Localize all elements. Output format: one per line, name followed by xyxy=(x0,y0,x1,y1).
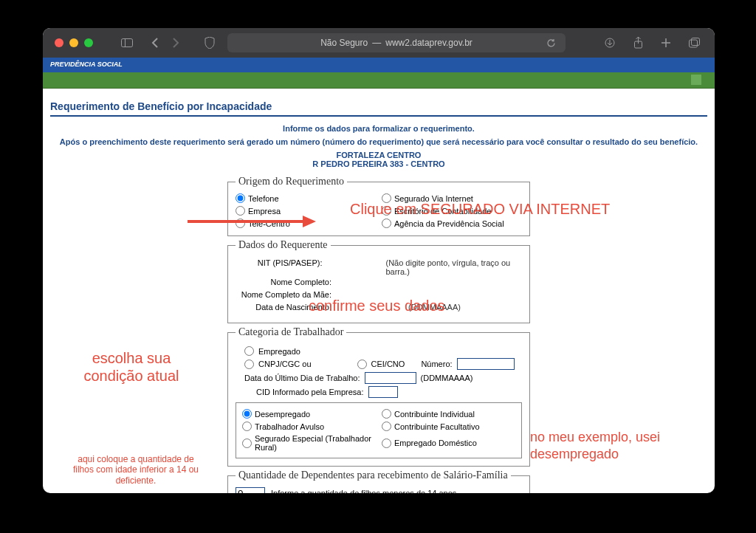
requerente-fieldset: Dados do Requerente NIT (PIS/PASEP): (Nã… xyxy=(227,239,530,323)
page-title: Requerimento de Benefício por Incapacida… xyxy=(50,94,707,117)
radio-empregado[interactable] xyxy=(244,346,254,356)
url-text: www2.dataprev.gov.br xyxy=(385,38,472,48)
origem-legend: Origem do Requerimento xyxy=(236,176,347,188)
nav-strip xyxy=(43,72,715,89)
label-escritorio: Escritório de Contabilidade xyxy=(394,207,491,216)
radio-agencia[interactable] xyxy=(382,219,391,228)
nit-label: NIT (PIS/PASEP): xyxy=(236,258,322,276)
menu-toggle[interactable] xyxy=(691,75,701,85)
cid-input[interactable] xyxy=(368,386,398,398)
instructions-line1: Informe os dados para formalizar o reque… xyxy=(50,124,707,133)
reload-icon[interactable] xyxy=(542,34,560,52)
nit-hint: (Não digite ponto, vírgula, traço ou bar… xyxy=(385,258,522,276)
ddmm-hint: (DDMMAAAA) xyxy=(421,374,473,382)
dependentes-input[interactable] xyxy=(236,487,265,493)
label-cnpj: CNPJ/CGC ou xyxy=(258,360,312,368)
radio-telefone[interactable] xyxy=(236,193,245,203)
label-cei: CEI/CNO xyxy=(371,360,405,368)
location-address: R PEDRO PEREIRA 383 - CENTRO xyxy=(312,159,444,168)
dependentes-fieldset: Quantidade de Dependentes para recebimen… xyxy=(227,470,530,493)
url-bar[interactable]: Não Seguro — www2.dataprev.gov.br xyxy=(227,33,566,52)
site-banner: PREVIDÊNCIA SOCIAL xyxy=(43,58,715,72)
radio-contribuinte-ind[interactable] xyxy=(382,409,391,419)
svg-rect-5 xyxy=(691,38,699,46)
requerente-legend: Dados do Requerente xyxy=(236,239,331,251)
dependentes-legend: Quantidade de Dependentes para recebimen… xyxy=(236,470,511,481)
nome-input[interactable] xyxy=(336,278,425,289)
radio-escritorio[interactable] xyxy=(382,206,391,216)
radio-cnpj[interactable] xyxy=(244,360,254,369)
nasc-label: Data de Nascimento: xyxy=(236,303,331,314)
banner-text: PREVIDÊNCIA SOCIAL xyxy=(50,61,123,68)
label-contribuinte-ind: Contribuinte Individual xyxy=(394,410,475,419)
window-minimize-button[interactable] xyxy=(69,38,78,47)
label-empresa: Empresa xyxy=(248,207,281,216)
label-cid: CID Informado pela Empresa: xyxy=(256,388,364,396)
nome-label: Nome Completo: xyxy=(236,278,331,289)
categoria-legend: Categoria de Trabalhador xyxy=(236,326,346,338)
mae-input[interactable] xyxy=(336,290,425,301)
mae-label: Nome Completo da Mãe: xyxy=(236,290,331,301)
window-maximize-button[interactable] xyxy=(84,38,93,47)
label-telefone: Telefone xyxy=(248,194,279,203)
security-label: Não Seguro xyxy=(320,38,368,48)
browser-window: Não Seguro — www2.dataprev.gov.br PREVID xyxy=(43,28,715,493)
svg-rect-4 xyxy=(689,40,697,47)
sidebar-toggle-icon[interactable] xyxy=(118,34,136,52)
back-button[interactable] xyxy=(146,34,164,52)
radio-avulso[interactable] xyxy=(242,422,252,431)
radio-segurado-esp[interactable] xyxy=(242,439,252,448)
label-numero: Número: xyxy=(421,360,452,368)
dependentes-hint: Informe a quantidade de filhos menores d… xyxy=(271,489,458,493)
nit-input[interactable] xyxy=(326,258,385,276)
tabs-overview-icon[interactable] xyxy=(685,34,703,52)
radio-segurado-internet[interactable] xyxy=(382,193,391,203)
categoria-box2: Desempregado Contribuinte Individual Tra… xyxy=(236,402,522,458)
privacy-shield-icon[interactable] xyxy=(201,34,219,52)
traffic-lights xyxy=(55,38,93,47)
nasc-input[interactable] xyxy=(336,303,395,314)
share-icon[interactable] xyxy=(629,34,647,52)
download-icon[interactable] xyxy=(601,34,619,52)
label-ultimo-dia: Data do Último Dia de Trabalho: xyxy=(244,374,360,382)
url-separator: — xyxy=(372,38,381,48)
label-agencia: Agência da Previdência Social xyxy=(394,219,504,228)
nasc-hint: (DDMMAAAA) xyxy=(408,303,461,314)
forward-button[interactable] xyxy=(167,34,185,52)
radio-empresa[interactable] xyxy=(236,206,245,216)
label-contribuinte-fac: Contribuinte Facultativo xyxy=(394,422,480,431)
page-content: PREVIDÊNCIA SOCIAL Requerimento de Benef… xyxy=(43,58,715,493)
new-tab-icon[interactable] xyxy=(657,34,675,52)
location-block: FORTALEZA CENTRO R PEDRO PEREIRA 383 - C… xyxy=(50,151,707,168)
svg-rect-0 xyxy=(122,39,133,47)
label-avulso: Trabalhador Avulso xyxy=(255,422,324,431)
ultimo-dia-input[interactable] xyxy=(365,372,416,384)
label-segurado-esp: Segurado Especial (Trabalhador Rural) xyxy=(255,434,376,452)
radio-contribuinte-fac[interactable] xyxy=(382,422,391,431)
label-empregado: Empregado xyxy=(258,347,300,356)
label-domestico: Empregado Doméstico xyxy=(394,439,477,447)
arrow-to-segurado xyxy=(188,216,317,227)
numero-input[interactable] xyxy=(457,358,515,370)
location-city: FORTALEZA CENTRO xyxy=(337,151,422,159)
label-desempregado: Desempregado xyxy=(255,410,310,419)
window-close-button[interactable] xyxy=(55,38,63,47)
instructions-line2: Após o preenchimento deste requerimento … xyxy=(50,137,707,146)
titlebar: Não Seguro — www2.dataprev.gov.br xyxy=(43,28,715,58)
radio-desempregado[interactable] xyxy=(242,409,252,419)
label-segurado-internet: Segurado Via Internet xyxy=(394,194,473,203)
radio-cei[interactable] xyxy=(357,360,367,369)
categoria-fieldset: Categoria de Trabalhador Empregado CNPJ/… xyxy=(227,326,530,467)
radio-domestico[interactable] xyxy=(382,439,391,448)
